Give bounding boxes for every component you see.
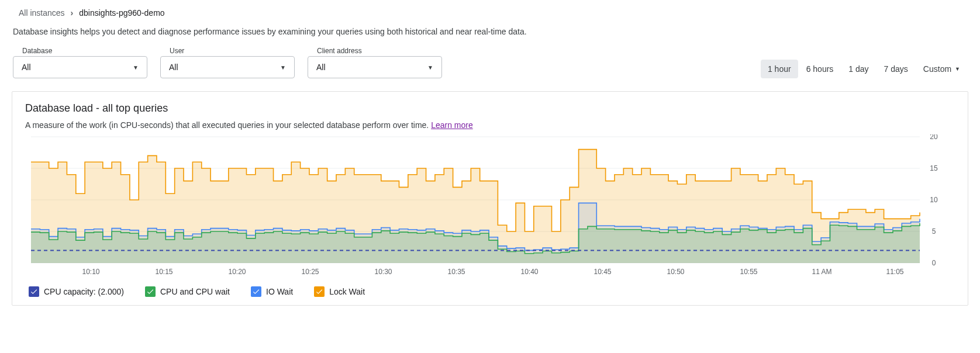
learn-more-link[interactable]: Learn more: [431, 120, 473, 130]
filter-client-address-value: All: [316, 63, 326, 72]
svg-text:20: 20: [930, 134, 938, 141]
chart-card: Database load - all top queries A measur…: [12, 91, 968, 306]
x-tick-label: 10:35: [420, 268, 493, 276]
legend-cpu-and-wait[interactable]: CPU and CPU wait: [145, 286, 230, 297]
filter-database-value: All: [22, 63, 31, 72]
filter-user-value: All: [169, 63, 178, 72]
checkbox-icon: [29, 286, 39, 297]
time-range-1-hour[interactable]: 1 hour: [761, 60, 798, 78]
time-range-6-hours[interactable]: 6 hours: [799, 60, 841, 78]
legend-io-wait-label: IO Wait: [266, 287, 293, 296]
x-tick-label: 10:50: [639, 268, 712, 276]
svg-text:10: 10: [930, 196, 938, 204]
time-range-custom[interactable]: Custom▼: [916, 60, 967, 78]
breadcrumb: All instances › dbinsights-pg960-demo: [12, 5, 968, 21]
database-load-chart: 05101520: [25, 134, 943, 265]
filter-database-label: Database: [13, 47, 147, 55]
legend-lock-wait-label: Lock Wait: [329, 287, 365, 296]
x-tick-label: 10:10: [54, 268, 127, 276]
chart-area: 05101520 10:1010:1510:2010:2510:3010:351…: [25, 134, 955, 276]
x-tick-label: 10:40: [493, 268, 566, 276]
breadcrumb-current: dbinsights-pg960-demo: [79, 8, 164, 18]
legend-cpu-capacity-label: CPU capacity: (2.000): [44, 287, 124, 296]
checkbox-icon: [314, 286, 325, 297]
filter-user-dropdown[interactable]: All ▼: [160, 56, 295, 78]
time-range-1-day[interactable]: 1 day: [841, 60, 875, 78]
x-tick-label: 11 AM: [785, 268, 858, 276]
filter-client-address: Client address All ▼: [308, 47, 442, 78]
x-tick-label: 10:20: [201, 268, 274, 276]
chart-legend: CPU capacity: (2.000) CPU and CPU wait I…: [25, 276, 955, 297]
x-tick-label: 10:15: [127, 268, 201, 276]
page-description: Database insights helps you detect and d…: [12, 21, 968, 47]
checkbox-icon: [145, 286, 156, 297]
filter-database-dropdown[interactable]: All ▼: [13, 56, 147, 78]
filter-database: Database All ▼: [13, 47, 147, 78]
chevron-down-icon: ▼: [133, 64, 139, 71]
x-tick-label: 11:05: [858, 268, 931, 276]
filter-client-address-label: Client address: [308, 47, 442, 55]
legend-cpu-and-wait-label: CPU and CPU wait: [160, 287, 230, 296]
x-tick-label: 10:25: [274, 268, 347, 276]
legend-lock-wait[interactable]: Lock Wait: [314, 286, 365, 297]
chart-x-axis: 10:1010:1510:2010:2510:3010:3510:4010:45…: [25, 265, 955, 276]
time-range-selector: 1 hour6 hours1 day7 daysCustom▼: [761, 60, 967, 78]
filter-client-address-dropdown[interactable]: All ▼: [308, 56, 442, 78]
time-range-7-days[interactable]: 7 days: [877, 60, 915, 78]
checkbox-icon: [251, 286, 261, 297]
chart-title: Database load - all top queries: [25, 102, 955, 115]
chevron-down-icon: ▼: [280, 64, 286, 71]
chevron-down-icon: ▼: [955, 66, 960, 72]
filter-user-label: User: [160, 47, 295, 55]
filter-row: Database All ▼ User All ▼ Client address…: [12, 47, 968, 81]
legend-io-wait[interactable]: IO Wait: [251, 286, 293, 297]
svg-text:15: 15: [930, 164, 938, 172]
chevron-down-icon: ▼: [427, 64, 433, 71]
svg-text:0: 0: [932, 259, 936, 265]
svg-text:5: 5: [932, 227, 936, 236]
chevron-right-icon: ›: [71, 8, 74, 18]
legend-cpu-capacity[interactable]: CPU capacity: (2.000): [29, 286, 124, 297]
chart-subtitle: A measure of the work (in CPU-seconds) t…: [25, 120, 955, 130]
x-tick-label: 10:55: [712, 268, 785, 276]
filter-user: User All ▼: [160, 47, 295, 78]
x-tick-label: 10:45: [566, 268, 639, 276]
x-tick-label: 10:30: [347, 268, 420, 276]
breadcrumb-root[interactable]: All instances: [19, 8, 65, 18]
